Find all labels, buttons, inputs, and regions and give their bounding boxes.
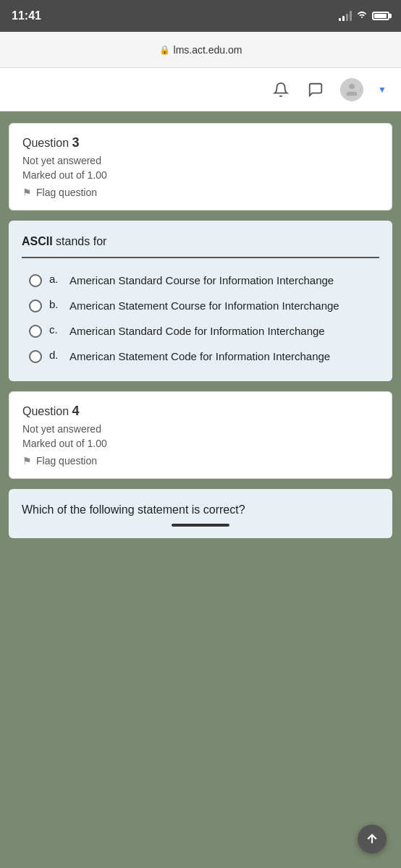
question4-title: Question 4	[22, 404, 379, 419]
question4-card: Question 4 Not yet answered Marked out o…	[9, 391, 392, 479]
question3-options-list: a. American Standard Course for Informat…	[22, 268, 379, 364]
battery-icon	[372, 12, 389, 20]
lock-icon: 🔒	[159, 45, 170, 55]
question3-card: Question 3 Not yet answered Marked out o…	[9, 123, 392, 210]
radio-button[interactable]	[29, 274, 42, 287]
wifi-icon	[356, 10, 368, 22]
option-text: American Statement Code for Information …	[69, 349, 330, 364]
option-item[interactable]: a. American Standard Course for Informat…	[29, 273, 379, 288]
status-bar: 11:41	[0, 0, 401, 32]
option-item[interactable]: d. American Statement Code for Informati…	[29, 349, 379, 364]
nav-bar: 🔒 lms.act.edu.om	[0, 32, 401, 68]
option-item[interactable]: b. American Statement Course for Informa…	[29, 298, 379, 313]
chat-icon[interactable]	[305, 80, 326, 100]
radio-button[interactable]	[29, 299, 42, 312]
question4-question-text: Which of the following statement is corr…	[22, 502, 379, 518]
flag-icon: ⚑	[22, 187, 32, 198]
option-letter: b.	[49, 298, 62, 310]
signal-icon	[339, 11, 352, 21]
radio-button[interactable]	[29, 325, 42, 338]
status-icons	[339, 10, 389, 22]
option-item[interactable]: c. American Standard Code for Informatio…	[29, 323, 379, 339]
bottom-line	[172, 524, 229, 527]
question3-marked: Marked out of 1.00	[22, 169, 379, 181]
url-text: lms.act.edu.om	[174, 44, 242, 56]
option-text: American Standard Course for Information…	[69, 273, 334, 288]
flag-icon-q4: ⚑	[22, 455, 32, 467]
svg-point-0	[349, 83, 354, 88]
top-icon-bar: ▼	[0, 68, 401, 111]
option-text: American Standard Code for Information I…	[69, 323, 325, 339]
avatar[interactable]	[340, 78, 363, 101]
option-letter: c.	[49, 323, 62, 336]
question4-status: Not yet answered	[22, 423, 379, 435]
option-text: American Statement Course for Informatio…	[69, 298, 339, 313]
content-area: Question 3 Not yet answered Marked out o…	[0, 111, 401, 868]
dropdown-arrow-icon[interactable]: ▼	[378, 85, 387, 95]
bell-icon[interactable]	[271, 80, 291, 100]
question3-flag[interactable]: ⚑ Flag question	[22, 187, 379, 198]
question3-title: Question 3	[22, 135, 379, 150]
radio-button[interactable]	[29, 350, 42, 363]
question4-flag[interactable]: ⚑ Flag question	[22, 455, 379, 467]
status-time: 11:41	[12, 9, 41, 22]
scroll-up-button[interactable]	[358, 825, 387, 854]
question4-marked: Marked out of 1.00	[22, 438, 379, 449]
option-letter: d.	[49, 349, 62, 361]
nav-url: 🔒 lms.act.edu.om	[159, 44, 242, 56]
question3-answer-card: ASCII stands for a. American Standard Co…	[9, 221, 392, 381]
question4-answer-card: Which of the following statement is corr…	[9, 489, 392, 538]
question3-status: Not yet answered	[22, 155, 379, 166]
question3-question-text: ASCII stands for	[22, 235, 379, 258]
option-letter: a.	[49, 273, 62, 285]
